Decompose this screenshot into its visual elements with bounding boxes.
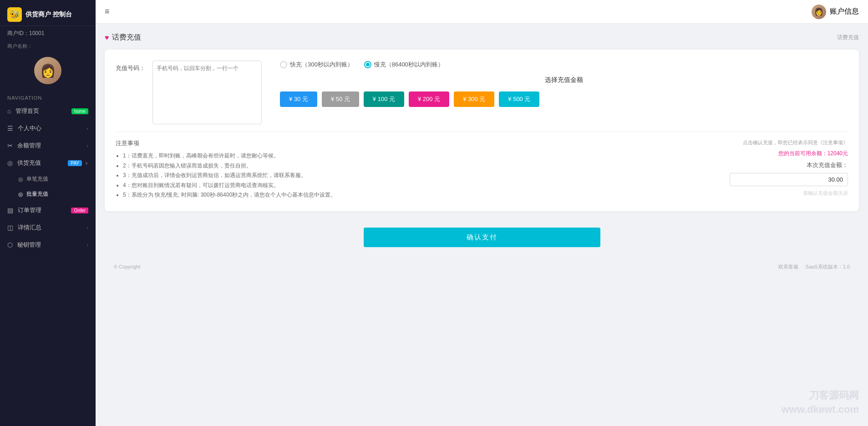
sidebar-sub-batch[interactable]: ◎ 批量充值 xyxy=(0,187,96,202)
account-button[interactable]: 👩 账户信息 xyxy=(812,5,859,19)
avatar: 👩 xyxy=(34,57,61,84)
secret-icon: ⬡ xyxy=(7,241,13,248)
submit-button[interactable]: 确认支付 xyxy=(364,228,600,247)
form-right: 快充（300秒以内到账） 慢充（86400秒以内到账） 选择充值金额 ¥ 30 … xyxy=(280,61,848,124)
heart-icon: ♥ xyxy=(105,34,109,42)
main-card: 充值号码： 快充（300秒以内到账） 慢充（86400秒以内到账） xyxy=(105,50,859,211)
amount-input[interactable] xyxy=(730,173,848,186)
sidebar-item-supply-label: 供货充值 xyxy=(17,159,41,167)
merchant-id: 商户ID：10001 xyxy=(0,26,96,39)
sidebar-item-secret-label: 秘钥管理 xyxy=(17,241,41,249)
sidebar-item-secret[interactable]: ⬡ 秘钥管理 › xyxy=(0,236,96,254)
breadcrumb-nav: 话费充值 xyxy=(837,34,859,41)
main-content: ≡ 👩 账户信息 ♥ 话费充值 话费充值 充值号码： xyxy=(96,0,868,426)
note-item-2: 2：手机号码若因您输入错误而造成损失，责任自担。 xyxy=(123,161,711,171)
note-item-4: 4：您对账目到账情况若有疑问，可以拨打运营商电话查询核实。 xyxy=(123,181,711,191)
sidebar-item-home[interactable]: ⌂ 管理首页 home xyxy=(0,102,96,120)
radio-fast-circle xyxy=(280,61,287,68)
order-badge: Order xyxy=(71,208,88,213)
sidebar-item-home-label: 管理首页 xyxy=(15,107,39,115)
sidebar-title: 供货商户 控制台 xyxy=(25,10,72,19)
sidebar-sub-batch-label: 批量充值 xyxy=(26,190,48,198)
home-icon: ⌂ xyxy=(7,107,11,115)
amount-label: 本次充值金额： xyxy=(730,161,848,169)
sidebar-item-personal[interactable]: ☰ 个人中心 › xyxy=(0,120,96,137)
note-item-1: 1：话费直充，即时到账，高峰期会有些许延时，请您耐心等候。 xyxy=(123,151,711,161)
supply-icon: ◎ xyxy=(7,159,13,167)
amount-btn-100[interactable]: ¥ 100 元 xyxy=(364,91,404,107)
nav-section-title: Navigation xyxy=(0,90,96,102)
topbar-avatar: 👩 xyxy=(812,5,826,19)
single-recharge-icon: ◎ xyxy=(18,176,23,183)
amount-btn-30[interactable]: ¥ 30 元 xyxy=(280,91,317,107)
hamburger-button[interactable]: ≡ xyxy=(105,7,110,16)
sidebar-item-detail[interactable]: ◫ 详情汇总 › xyxy=(0,219,96,236)
sidebar-logo: 🐝 xyxy=(7,7,22,22)
balance-info: 您的当前可用余额：12040元 xyxy=(730,150,848,157)
sidebar-sub-single[interactable]: ◎ 单笔充值 xyxy=(0,172,96,187)
balance-icon: ✂ xyxy=(7,142,13,149)
amount-hint: 请确认充值金额无误 xyxy=(730,190,848,197)
contact-link[interactable]: 联系客服 xyxy=(778,264,798,270)
merchant-name: 商户名称： xyxy=(0,39,96,51)
amount-btn-300[interactable]: ¥ 300 元 xyxy=(454,91,494,107)
sidebar-item-order[interactable]: ▤ 订单管理 Order xyxy=(0,202,96,219)
submit-area: 确认支付 xyxy=(105,218,859,256)
page-title: 话费充值 xyxy=(112,33,141,42)
chevron-right-icon3: › xyxy=(86,225,88,230)
amount-buttons: ¥ 30 元 ¥ 50 元 ¥ 100 元 ¥ 200 元 ¥ 300 元 ¥ … xyxy=(280,91,848,107)
notes-title: 注意事项 xyxy=(116,139,711,147)
radio-group: 快充（300秒以内到账） 慢充（86400秒以内到账） xyxy=(280,61,848,69)
notes-left: 注意事项 1：话费直充，即时到账，高峰期会有些许延时，请您耐心等候。 2：手机号… xyxy=(116,139,711,200)
chevron-right-icon: › xyxy=(86,126,88,131)
chevron-right-icon2: › xyxy=(86,143,88,148)
note-item-3: 3：充值成功后，详情会收到运营商短信，如遇运营商系统忙，请联系客服。 xyxy=(123,171,711,181)
order-summary: 点击确认充值，即您已经表示同意《注意事项》 您的当前可用余额：12040元 本次… xyxy=(730,139,848,200)
batch-recharge-icon: ◎ xyxy=(18,191,23,198)
copyright: © Copyright xyxy=(114,264,140,269)
sidebar-item-balance-label: 余额管理 xyxy=(17,142,41,150)
topbar-account-label: 账户信息 xyxy=(830,7,859,16)
sidebar-item-balance[interactable]: ✂ 余额管理 › xyxy=(0,137,96,154)
confirm-hint: 点击确认充值，即您已经表示同意《注意事项》 xyxy=(730,139,848,146)
breadcrumb: ♥ 话费充值 话费充值 xyxy=(105,33,859,42)
balance-value: 12040元 xyxy=(827,150,848,157)
divider xyxy=(116,132,848,132)
sidebar-item-supply[interactable]: ◎ 供货充值 PAY ∨ xyxy=(0,154,96,172)
sidebar: 🐝 供货商户 控制台 商户ID：10001 商户名称： 👩 Navigation… xyxy=(0,0,96,426)
note-item-5: 5：系统分为 快充/慢充; 时间脑: 300秒-86400秒之内，请您在个人中心… xyxy=(123,190,711,200)
chevron-right-icon4: › xyxy=(86,242,88,248)
radio-fast-label: 快充（300秒以内到账） xyxy=(290,61,353,69)
sidebar-avatar: 👩 xyxy=(0,51,96,90)
radio-slow-label: 慢充（86400秒以内到账） xyxy=(374,61,444,69)
pay-badge: PAY xyxy=(68,160,82,166)
notes-section: 注意事项 1：话费直充，即时到账，高峰期会有些许延时，请您耐心等候。 2：手机号… xyxy=(116,139,848,200)
sidebar-sub-single-label: 单笔充值 xyxy=(26,175,48,183)
sidebar-item-order-label: 订单管理 xyxy=(18,206,41,214)
amount-btn-200[interactable]: ¥ 200 元 xyxy=(409,91,449,107)
topbar: ≡ 👩 账户信息 xyxy=(96,0,868,24)
footer: © Copyright 联系客服 SaaS系统版本：1.0 xyxy=(105,256,859,278)
order-icon: ▤ xyxy=(7,207,13,214)
radio-slow[interactable]: 慢充（86400秒以内到账） xyxy=(364,61,444,69)
version-info: SaaS系统版本：1.0 xyxy=(806,264,850,270)
number-label: 充值号码： xyxy=(116,61,145,72)
amount-btn-50[interactable]: ¥ 50 元 xyxy=(322,91,359,107)
notes-list: 1：话费直充，即时到账，高峰期会有些许延时，请您耐心等候。 2：手机号码若因您输… xyxy=(116,151,711,200)
personal-icon: ☰ xyxy=(7,125,13,132)
form-left: 充值号码： xyxy=(116,61,262,124)
sidebar-item-detail-label: 详情汇总 xyxy=(18,223,41,232)
detail-icon: ◫ xyxy=(7,224,13,231)
chevron-down-icon: ∨ xyxy=(85,160,88,166)
home-badge: home xyxy=(71,108,88,114)
radio-slow-circle xyxy=(364,61,371,68)
sidebar-item-personal-label: 个人中心 xyxy=(18,124,41,132)
amount-section-title: 选择充值金额 xyxy=(280,76,848,84)
sidebar-header: 🐝 供货商户 控制台 xyxy=(0,0,96,26)
content-area: ♥ 话费充值 话费充值 充值号码： 快充（300秒以内到账） xyxy=(96,24,868,426)
form-section: 充值号码： 快充（300秒以内到账） 慢充（86400秒以内到账） xyxy=(116,61,848,124)
radio-fast[interactable]: 快充（300秒以内到账） xyxy=(280,61,353,69)
amount-btn-500[interactable]: ¥ 500 元 xyxy=(499,91,539,107)
phone-number-textarea[interactable] xyxy=(152,61,262,124)
